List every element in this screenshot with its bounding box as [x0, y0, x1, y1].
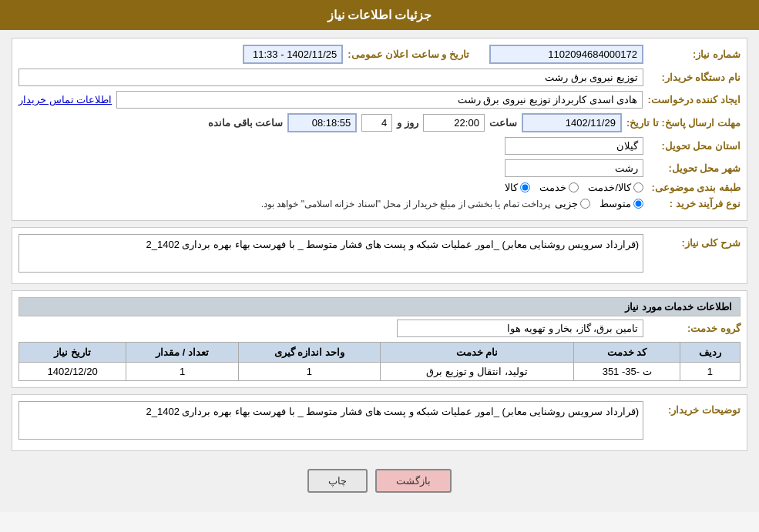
services-section-title: اطلاعات خدمات مورد نیاز	[18, 297, 741, 316]
buyer-desc-label: توضیحات خریدار:	[648, 401, 741, 416]
category-label: طبقه بندی موضوعی:	[648, 182, 741, 193]
col-date: تاریخ نیاز	[19, 343, 126, 363]
time-label: ساعت	[489, 117, 517, 129]
services-table-header: ردیف کد خدمت نام خدمت واحد اندازه گیری ت…	[19, 343, 741, 363]
cell-count: 1	[126, 363, 239, 381]
radio-kala-khadamat-input[interactable]	[633, 182, 643, 192]
city-value: رشت	[505, 159, 643, 177]
radio-jozei-label: جزیی	[555, 198, 578, 209]
buyer-desc-section: توضیحات خریدار: (قرارداد سرویس روشنایی م…	[12, 394, 747, 451]
buyer-desc-value: (قرارداد سرویس روشنایی معابر) _امور عملی…	[18, 401, 643, 440]
buyer-desc-row: توضیحات خریدار: (قرارداد سرویس روشنایی م…	[18, 401, 741, 440]
col-service-code: کد خدمت	[574, 343, 680, 363]
radio-mottavsat: متوسط	[599, 198, 643, 209]
header-row: ردیف کد خدمت نام خدمت واحد اندازه گیری ت…	[19, 343, 741, 363]
description-label: شرح کلی نیاز:	[648, 234, 741, 249]
cell-service_code: ت -35- 351	[574, 363, 680, 381]
description-value: (قرارداد سرویس روشنایی معابر) _امور عملی…	[18, 234, 643, 273]
radio-mottavsat-label: متوسط	[599, 198, 631, 209]
form-section-main: شماره نیاز: 1102094684000172 تاریخ و ساع…	[12, 38, 747, 221]
col-count: تعداد / مقدار	[126, 343, 239, 363]
row-category: طبقه بندی موضوعی: کالا/خدمت خدمت کالا	[18, 182, 741, 193]
radio-jozei: جزیی	[555, 198, 590, 209]
radio-kala-input[interactable]	[520, 182, 530, 192]
col-service-name: نام خدمت	[380, 343, 574, 363]
page-container: جزئیات اطلاعات نیاز شماره نیاز: 11020946…	[0, 0, 759, 532]
cell-unit: 1	[238, 363, 380, 381]
radio-jozei-input[interactable]	[580, 199, 590, 209]
radio-khadamat: خدمت	[539, 182, 579, 193]
hours-remaining-label: ساعت باقی مانده	[208, 117, 283, 129]
radio-kala-label: کالا	[505, 182, 518, 193]
page-title: جزئیات اطلاعات نیاز	[327, 8, 432, 22]
announcer-label: ایجاد کننده درخواست:	[647, 94, 741, 105]
col-row-num: ردیف	[680, 343, 740, 363]
radio-kala-khadamat: کالا/خدمت	[588, 182, 643, 193]
deadline-label: مهلت ارسال پاسخ: تا تاریخ:	[626, 117, 741, 129]
creator-value: هادی اسدی کاربرداز توزیع نیروی برق رشت	[116, 91, 643, 109]
date-value: 1402/11/25 - 11:33	[243, 45, 343, 64]
purchase-type-label: نوع فرآیند خرید :	[648, 198, 741, 209]
row-request-number: شماره نیاز: 1102094684000172 تاریخ و ساع…	[18, 45, 741, 64]
services-section: اطلاعات خدمات مورد نیاز گروه خدمت: تامین…	[12, 290, 747, 388]
cell-row_num: 1	[680, 363, 740, 381]
date-label: تاریخ و ساعت اعلان عمومی:	[348, 49, 469, 60]
description-section: شرح کلی نیاز: (قرارداد سرویس روشنایی معا…	[12, 227, 747, 284]
row-service-group: گروه خدمت: تامین برق، گاز، بخار و تهویه …	[18, 320, 741, 337]
service-group-value: تامین برق، گاز، بخار و تهویه هوا	[397, 320, 643, 337]
request-number-label: شماره نیاز:	[648, 49, 741, 60]
radio-kala: کالا	[505, 182, 530, 193]
table-row: 1ت -35- 351تولید، انتقال و توزیع برق1114…	[19, 363, 741, 381]
category-radio-group: کالا/خدمت خدمت کالا	[505, 182, 643, 193]
service-group-label: گروه خدمت:	[648, 323, 741, 334]
province-label: استان محل تحویل:	[648, 140, 741, 152]
station-value: توزیع نیروی برق رشت	[18, 69, 643, 86]
city-label: شهر محل تحویل:	[648, 162, 741, 174]
request-number-value: 1102094684000172	[489, 45, 643, 64]
cell-service_name: تولید، انتقال و توزیع برق	[380, 363, 574, 381]
back-button[interactable]: بازگشت	[375, 469, 452, 493]
radio-khadamat-label: خدمت	[539, 182, 566, 193]
deadline-remaining: 08:18:55	[287, 113, 357, 132]
button-bar: بازگشت چاپ	[12, 457, 747, 504]
page-header: جزئیات اطلاعات نیاز	[0, 0, 759, 30]
row-deadline: مهلت ارسال پاسخ: تا تاریخ: 1402/11/29 سا…	[18, 113, 741, 132]
content-area: شماره نیاز: 1102094684000172 تاریخ و ساع…	[0, 30, 759, 512]
row-province: استان محل تحویل: گیلان	[18, 137, 741, 155]
row-purchase-type: نوع فرآیند خرید : متوسط جزیی پرداخت تمام…	[18, 198, 741, 209]
station-label: نام دستگاه خریدار:	[648, 72, 741, 83]
province-value: گیلان	[505, 137, 643, 155]
row-city: شهر محل تحویل: رشت	[18, 159, 741, 177]
services-table-body: 1ت -35- 351تولید، انتقال و توزیع برق1114…	[19, 363, 741, 381]
row-creator: ایجاد کننده درخواست: هادی اسدی کاربرداز …	[18, 91, 741, 109]
purchase-note: پرداخت تمام یا بخشی از مبلغ خریدار از مح…	[261, 199, 550, 209]
col-unit: واحد اندازه گیری	[238, 343, 380, 363]
radio-khadamat-input[interactable]	[569, 182, 579, 192]
purchase-type-radio-group: متوسط جزیی	[555, 198, 643, 209]
contact-link[interactable]: اطلاعات تماس خریدار	[18, 94, 112, 105]
days-label: روز و	[397, 117, 418, 129]
cell-date: 1402/12/20	[19, 363, 126, 381]
deadline-days: 4	[361, 114, 392, 132]
radio-kala-khadamat-label: کالا/خدمت	[588, 182, 631, 193]
print-button[interactable]: چاپ	[307, 469, 368, 493]
row-station: نام دستگاه خریدار: توزیع نیروی برق رشت	[18, 69, 741, 86]
description-row: شرح کلی نیاز: (قرارداد سرویس روشنایی معا…	[18, 234, 741, 273]
deadline-time: 22:00	[423, 114, 485, 132]
radio-mottavsat-input[interactable]	[633, 199, 643, 209]
deadline-date: 1402/11/29	[522, 113, 622, 132]
services-table: ردیف کد خدمت نام خدمت واحد اندازه گیری ت…	[18, 342, 741, 381]
